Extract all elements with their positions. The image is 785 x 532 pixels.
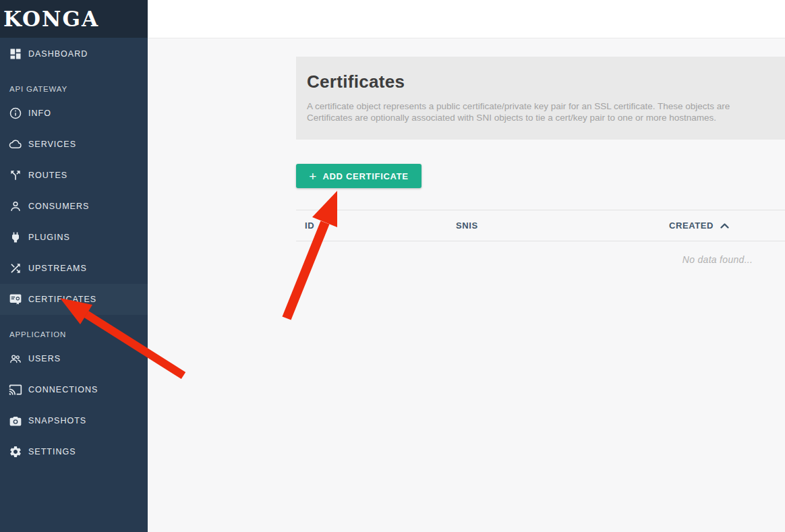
- sidebar-item-label: SNAPSHOTS: [28, 416, 86, 425]
- gear-icon: [9, 445, 22, 459]
- dashboard-icon: [9, 47, 22, 61]
- sidebar-item-label: SETTINGS: [28, 447, 76, 456]
- sidebar-item-label: SERVICES: [28, 140, 76, 149]
- sidebar-item-consumers[interactable]: CONSUMERS: [0, 191, 148, 222]
- sidebar-section-application: APPLICATION: [0, 315, 148, 343]
- certificates-table-header: ID SNIS CREATED: [296, 210, 785, 241]
- route-split-icon: [9, 169, 22, 182]
- plug-icon: [9, 231, 22, 244]
- sidebar-item-label: ROUTES: [28, 171, 67, 180]
- cloud-icon: [9, 138, 22, 151]
- sidebar-item-info[interactable]: INFO: [0, 98, 148, 129]
- sidebar-item-plugins[interactable]: PLUGINS: [0, 222, 148, 253]
- sidebar: KONGA DASHBOARD API GATEWAY INFO SERVICE…: [0, 0, 148, 532]
- column-header-created-label: CREATED: [669, 220, 714, 231]
- sidebar-item-services[interactable]: SERVICES: [0, 129, 148, 160]
- shuffle-icon: [9, 262, 22, 275]
- plus-icon: +: [309, 170, 316, 183]
- sidebar-item-label: CERTIFICATES: [28, 295, 96, 304]
- sidebar-item-label: PLUGINS: [28, 233, 70, 242]
- column-header-snis[interactable]: SNIS: [456, 210, 478, 241]
- top-bar: [148, 0, 785, 38]
- table-empty-row: No data found...: [296, 241, 785, 278]
- sidebar-item-label: USERS: [28, 354, 61, 363]
- sidebar-item-connections[interactable]: CONNECTIONS: [0, 374, 148, 405]
- info-icon: [9, 107, 22, 120]
- page-title: Certificates: [307, 71, 785, 92]
- app-logo: KONGA: [3, 9, 99, 30]
- sidebar-item-label: DASHBOARD: [28, 49, 88, 59]
- column-header-id[interactable]: ID: [305, 210, 314, 241]
- people-icon: [9, 352, 22, 365]
- add-certificate-label: ADD CERTIFICATE: [322, 171, 408, 181]
- sidebar-item-label: CONSUMERS: [28, 202, 89, 211]
- sidebar-item-snapshots[interactable]: SNAPSHOTS: [0, 405, 148, 436]
- column-header-created[interactable]: CREATED: [669, 210, 730, 241]
- add-certificate-button[interactable]: + ADD CERTIFICATE: [296, 164, 421, 188]
- sidebar-item-settings[interactable]: SETTINGS: [0, 436, 148, 467]
- sidebar-item-upstreams[interactable]: UPSTREAMS: [0, 253, 148, 284]
- page-description-line2: Certificates are optionally associated w…: [307, 112, 785, 123]
- page-description-line1: A certificate object represents a public…: [307, 100, 785, 112]
- sidebar-section-api-gateway: API GATEWAY: [0, 69, 148, 98]
- sidebar-item-label: UPSTREAMS: [28, 264, 87, 273]
- person-icon: [9, 200, 22, 213]
- no-data-text: No data found...: [682, 254, 753, 265]
- certificate-icon: [9, 293, 22, 306]
- page-header-panel: Certificates A certificate object repres…: [296, 57, 785, 140]
- logo-bar: KONGA: [0, 0, 148, 38]
- cast-icon: [9, 383, 22, 396]
- sort-asc-chevron-icon: [720, 222, 730, 230]
- sidebar-item-dashboard[interactable]: DASHBOARD: [0, 38, 148, 69]
- sidebar-item-users[interactable]: USERS: [0, 343, 148, 374]
- sidebar-item-certificates[interactable]: CERTIFICATES: [0, 284, 148, 315]
- camera-icon: [9, 414, 22, 427]
- sidebar-item-label: INFO: [28, 109, 51, 118]
- sidebar-item-label: CONNECTIONS: [28, 385, 98, 394]
- sidebar-item-routes[interactable]: ROUTES: [0, 160, 148, 191]
